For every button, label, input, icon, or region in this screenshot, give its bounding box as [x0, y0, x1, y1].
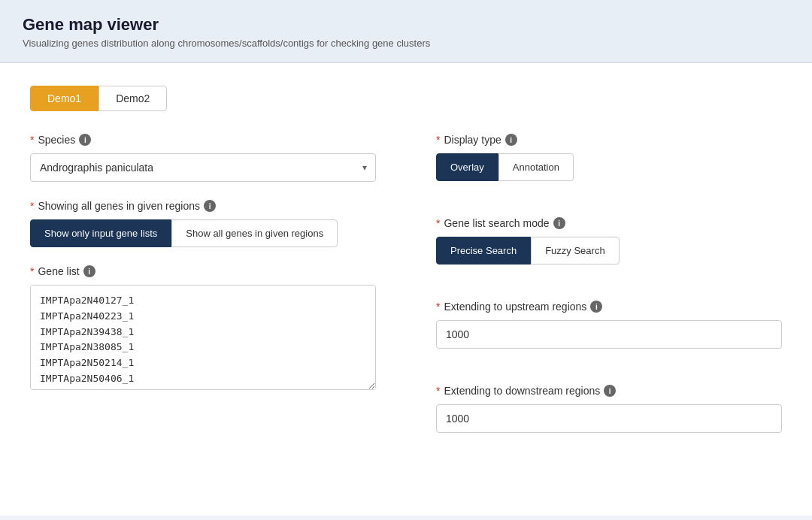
- upstream-section: * Extending to upstream regions i: [436, 301, 782, 349]
- right-column: * Display type i Overlay Annotation * Ge…: [436, 134, 782, 451]
- display-type-info-icon[interactable]: i: [505, 134, 517, 146]
- fuzzy-search-btn[interactable]: Fuzzy Search: [531, 237, 619, 265]
- showing-genes-section: * Showing all genes in given regions i S…: [30, 200, 376, 247]
- showing-genes-label: * Showing all genes in given regions i: [30, 200, 376, 212]
- upstream-input[interactable]: [436, 320, 782, 349]
- gene-list-label: * Gene list i: [30, 265, 376, 277]
- search-mode-info-icon[interactable]: i: [553, 217, 565, 229]
- main-content: Demo1 Demo2 * Species i Andrographis pan…: [0, 63, 812, 515]
- species-info-icon[interactable]: i: [79, 134, 91, 146]
- show-only-gene-lists-btn[interactable]: Show only input gene lists: [30, 219, 171, 247]
- tab-demo1[interactable]: Demo1: [30, 86, 98, 111]
- species-label: * Species i: [30, 134, 376, 146]
- tab-demo2[interactable]: Demo2: [98, 86, 167, 111]
- species-section: * Species i Andrographis paniculata ▾: [30, 134, 376, 182]
- search-mode-label: * Gene list search mode i: [436, 217, 782, 229]
- precise-search-btn[interactable]: Precise Search: [436, 237, 531, 265]
- species-select-wrapper: Andrographis paniculata ▾: [30, 153, 376, 182]
- search-mode-btn-group: Precise Search Fuzzy Search: [436, 237, 782, 265]
- showing-genes-btn-group: Show only input gene lists Show all gene…: [30, 219, 376, 247]
- gene-list-textarea[interactable]: IMPTApa2N40127_1 IMPTApa2N40223_1 IMPTAp…: [30, 285, 376, 390]
- gene-list-section: * Gene list i IMPTApa2N40127_1 IMPTApa2N…: [30, 265, 376, 392]
- showing-genes-info-icon[interactable]: i: [204, 200, 216, 212]
- downstream-input[interactable]: [436, 404, 782, 433]
- downstream-info-icon[interactable]: i: [604, 385, 616, 397]
- display-type-label: * Display type i: [436, 134, 782, 146]
- form-grid: * Species i Andrographis paniculata ▾ * …: [30, 134, 782, 451]
- tabs-row: Demo1 Demo2: [30, 86, 782, 111]
- page-subtitle: Visualizing genes distribution along chr…: [23, 38, 789, 49]
- header: Gene map viewer Visualizing genes distri…: [0, 0, 812, 63]
- annotation-btn[interactable]: Annotation: [498, 153, 574, 181]
- left-column: * Species i Andrographis paniculata ▾ * …: [30, 134, 376, 451]
- upstream-info-icon[interactable]: i: [590, 301, 602, 313]
- downstream-label: * Extending to downstream regions i: [436, 385, 782, 397]
- upstream-label: * Extending to upstream regions i: [436, 301, 782, 313]
- page-title: Gene map viewer: [23, 15, 789, 35]
- search-mode-section: * Gene list search mode i Precise Search…: [436, 217, 782, 265]
- display-type-section: * Display type i Overlay Annotation: [436, 134, 782, 181]
- downstream-section: * Extending to downstream regions i: [436, 385, 782, 433]
- species-select[interactable]: Andrographis paniculata: [30, 153, 376, 182]
- display-type-btn-group: Overlay Annotation: [436, 153, 782, 181]
- show-all-genes-btn[interactable]: Show all genes in given regions: [171, 219, 338, 247]
- overlay-btn[interactable]: Overlay: [436, 153, 498, 181]
- gene-list-info-icon[interactable]: i: [83, 265, 95, 277]
